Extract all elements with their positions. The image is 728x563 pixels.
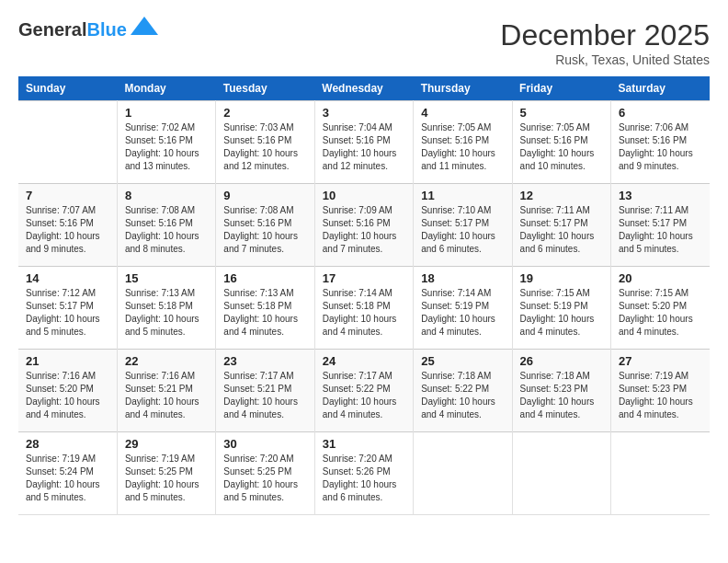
day-number: 24 — [323, 354, 405, 368]
day-info: Sunrise: 7:16 AM Sunset: 5:21 PM Dayligh… — [125, 370, 208, 421]
logo: General Blue — [18, 18, 158, 40]
calendar-cell: 10Sunrise: 7:09 AM Sunset: 5:16 PM Dayli… — [314, 184, 413, 267]
col-header-sunday: Sunday — [18, 76, 117, 101]
day-info: Sunrise: 7:20 AM Sunset: 5:25 PM Dayligh… — [223, 453, 306, 504]
day-info: Sunrise: 7:13 AM Sunset: 5:18 PM Dayligh… — [125, 287, 208, 339]
logo-icon — [131, 17, 158, 35]
day-number: 20 — [619, 271, 702, 285]
col-header-tuesday: Tuesday — [216, 76, 314, 101]
day-info: Sunrise: 7:18 AM Sunset: 5:22 PM Dayligh… — [421, 370, 504, 421]
svg-marker-0 — [131, 17, 158, 35]
calendar-header-row: SundayMondayTuesdayWednesdayThursdayFrid… — [18, 76, 710, 101]
day-number: 22 — [125, 354, 208, 368]
day-number: 1 — [125, 106, 208, 120]
week-row-3: 14Sunrise: 7:12 AM Sunset: 5:17 PM Dayli… — [18, 267, 710, 350]
calendar-cell: 25Sunrise: 7:18 AM Sunset: 5:22 PM Dayli… — [414, 350, 512, 432]
day-info: Sunrise: 7:19 AM Sunset: 5:23 PM Dayligh… — [619, 370, 702, 421]
month-title: December 2025 — [500, 18, 710, 52]
logo-blue: Blue — [86, 19, 126, 40]
day-number: 31 — [323, 437, 405, 451]
day-info: Sunrise: 7:17 AM Sunset: 5:22 PM Dayligh… — [323, 370, 405, 421]
day-number: 16 — [223, 271, 306, 285]
col-header-saturday: Saturday — [611, 76, 710, 101]
day-number: 7 — [26, 189, 109, 202]
calendar-cell — [512, 432, 610, 515]
calendar-cell: 31Sunrise: 7:20 AM Sunset: 5:26 PM Dayli… — [314, 432, 413, 515]
day-number: 10 — [323, 189, 405, 202]
calendar-cell — [414, 432, 512, 515]
day-number: 28 — [26, 437, 109, 451]
day-info: Sunrise: 7:11 AM Sunset: 5:17 PM Dayligh… — [520, 204, 603, 256]
page-header: General Blue December 2025 Rusk, Texas, … — [18, 18, 710, 67]
day-number: 4 — [421, 106, 504, 120]
calendar-cell: 26Sunrise: 7:18 AM Sunset: 5:23 PM Dayli… — [512, 350, 610, 432]
col-header-friday: Friday — [512, 76, 610, 101]
day-info: Sunrise: 7:15 AM Sunset: 5:19 PM Dayligh… — [520, 287, 603, 339]
day-number: 8 — [125, 189, 208, 202]
calendar-cell: 16Sunrise: 7:13 AM Sunset: 5:18 PM Dayli… — [216, 267, 314, 350]
week-row-4: 21Sunrise: 7:16 AM Sunset: 5:20 PM Dayli… — [18, 350, 710, 432]
calendar-cell: 12Sunrise: 7:11 AM Sunset: 5:17 PM Dayli… — [512, 184, 610, 267]
day-info: Sunrise: 7:08 AM Sunset: 5:16 PM Dayligh… — [223, 204, 306, 256]
calendar-cell: 7Sunrise: 7:07 AM Sunset: 5:16 PM Daylig… — [18, 184, 117, 267]
calendar-cell: 11Sunrise: 7:10 AM Sunset: 5:17 PM Dayli… — [414, 184, 512, 267]
day-number: 17 — [323, 271, 405, 285]
day-number: 19 — [520, 271, 603, 285]
col-header-thursday: Thursday — [414, 76, 512, 101]
calendar-cell: 13Sunrise: 7:11 AM Sunset: 5:17 PM Dayli… — [611, 184, 710, 267]
day-info: Sunrise: 7:19 AM Sunset: 5:24 PM Dayligh… — [26, 453, 109, 504]
week-row-5: 28Sunrise: 7:19 AM Sunset: 5:24 PM Dayli… — [18, 432, 710, 515]
day-info: Sunrise: 7:07 AM Sunset: 5:16 PM Dayligh… — [26, 204, 109, 256]
calendar-cell: 14Sunrise: 7:12 AM Sunset: 5:17 PM Dayli… — [18, 267, 117, 350]
calendar-cell: 22Sunrise: 7:16 AM Sunset: 5:21 PM Dayli… — [117, 350, 215, 432]
day-number: 21 — [26, 354, 109, 368]
day-info: Sunrise: 7:20 AM Sunset: 5:26 PM Dayligh… — [323, 453, 405, 504]
day-info: Sunrise: 7:09 AM Sunset: 5:16 PM Dayligh… — [323, 204, 405, 256]
day-info: Sunrise: 7:13 AM Sunset: 5:18 PM Dayligh… — [223, 287, 306, 339]
calendar-cell: 30Sunrise: 7:20 AM Sunset: 5:25 PM Dayli… — [216, 432, 314, 515]
calendar-cell: 3Sunrise: 7:04 AM Sunset: 5:16 PM Daylig… — [314, 101, 413, 184]
day-info: Sunrise: 7:11 AM Sunset: 5:17 PM Dayligh… — [619, 204, 702, 256]
calendar-cell: 1Sunrise: 7:02 AM Sunset: 5:16 PM Daylig… — [117, 101, 215, 184]
calendar-cell — [611, 432, 710, 515]
calendar-cell: 29Sunrise: 7:19 AM Sunset: 5:25 PM Dayli… — [117, 432, 215, 515]
calendar-cell: 19Sunrise: 7:15 AM Sunset: 5:19 PM Dayli… — [512, 267, 610, 350]
logo-general: General — [18, 19, 86, 40]
day-number: 27 — [619, 354, 702, 368]
day-number: 26 — [520, 354, 603, 368]
day-info: Sunrise: 7:17 AM Sunset: 5:21 PM Dayligh… — [223, 370, 306, 421]
day-number: 9 — [223, 189, 306, 202]
calendar-cell: 6Sunrise: 7:06 AM Sunset: 5:16 PM Daylig… — [611, 101, 710, 184]
day-number: 30 — [223, 437, 306, 451]
calendar-cell: 9Sunrise: 7:08 AM Sunset: 5:16 PM Daylig… — [216, 184, 314, 267]
calendar-cell: 21Sunrise: 7:16 AM Sunset: 5:20 PM Dayli… — [18, 350, 117, 432]
day-number: 6 — [619, 106, 702, 120]
day-info: Sunrise: 7:12 AM Sunset: 5:17 PM Dayligh… — [26, 287, 109, 339]
day-info: Sunrise: 7:10 AM Sunset: 5:17 PM Dayligh… — [421, 204, 504, 256]
day-number: 14 — [26, 271, 109, 285]
calendar-cell: 18Sunrise: 7:14 AM Sunset: 5:19 PM Dayli… — [414, 267, 512, 350]
week-row-1: 1Sunrise: 7:02 AM Sunset: 5:16 PM Daylig… — [18, 101, 710, 184]
calendar-cell: 15Sunrise: 7:13 AM Sunset: 5:18 PM Dayli… — [117, 267, 215, 350]
day-number: 3 — [323, 106, 405, 120]
day-info: Sunrise: 7:06 AM Sunset: 5:16 PM Dayligh… — [619, 121, 702, 173]
calendar-cell: 28Sunrise: 7:19 AM Sunset: 5:24 PM Dayli… — [18, 432, 117, 515]
col-header-monday: Monday — [117, 76, 215, 101]
day-info: Sunrise: 7:04 AM Sunset: 5:16 PM Dayligh… — [323, 121, 405, 173]
calendar-cell: 2Sunrise: 7:03 AM Sunset: 5:16 PM Daylig… — [216, 101, 314, 184]
day-info: Sunrise: 7:16 AM Sunset: 5:20 PM Dayligh… — [26, 370, 109, 421]
day-info: Sunrise: 7:02 AM Sunset: 5:16 PM Dayligh… — [125, 121, 208, 173]
calendar-cell: 23Sunrise: 7:17 AM Sunset: 5:21 PM Dayli… — [216, 350, 314, 432]
day-number: 23 — [223, 354, 306, 368]
calendar-table: SundayMondayTuesdayWednesdayThursdayFrid… — [18, 76, 710, 515]
day-number: 25 — [421, 354, 504, 368]
day-info: Sunrise: 7:15 AM Sunset: 5:20 PM Dayligh… — [619, 287, 702, 339]
calendar-cell: 8Sunrise: 7:08 AM Sunset: 5:16 PM Daylig… — [117, 184, 215, 267]
title-section: December 2025 Rusk, Texas, United States — [500, 18, 710, 67]
day-info: Sunrise: 7:05 AM Sunset: 5:16 PM Dayligh… — [520, 121, 603, 173]
day-number: 11 — [421, 189, 504, 202]
week-row-2: 7Sunrise: 7:07 AM Sunset: 5:16 PM Daylig… — [18, 184, 710, 267]
day-number: 15 — [125, 271, 208, 285]
day-info: Sunrise: 7:05 AM Sunset: 5:16 PM Dayligh… — [421, 121, 504, 173]
calendar-cell: 5Sunrise: 7:05 AM Sunset: 5:16 PM Daylig… — [512, 101, 610, 184]
